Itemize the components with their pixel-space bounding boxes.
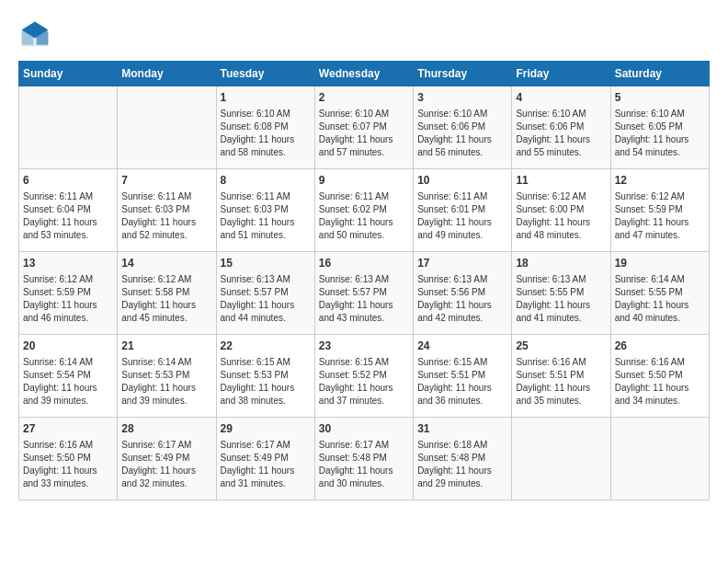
cell-content: Sunrise: 6:15 AM Sunset: 5:52 PM Dayligh… xyxy=(319,356,409,408)
cell-content: Sunrise: 6:11 AM Sunset: 6:03 PM Dayligh… xyxy=(121,190,211,242)
calendar-cell: 20Sunrise: 6:14 AM Sunset: 5:54 PM Dayli… xyxy=(19,335,118,418)
weekday-header-tuesday: Tuesday xyxy=(216,62,314,86)
day-number: 30 xyxy=(319,421,409,437)
cell-content: Sunrise: 6:13 AM Sunset: 5:56 PM Dayligh… xyxy=(417,273,507,325)
cell-content: Sunrise: 6:15 AM Sunset: 5:53 PM Dayligh… xyxy=(221,356,311,408)
cell-content: Sunrise: 6:12 AM Sunset: 6:00 PM Dayligh… xyxy=(516,190,606,242)
calendar-cell: 23Sunrise: 6:15 AM Sunset: 5:52 PM Dayli… xyxy=(314,335,413,418)
cell-content: Sunrise: 6:12 AM Sunset: 5:59 PM Dayligh… xyxy=(615,190,705,242)
day-number: 13 xyxy=(23,256,113,271)
cell-content: Sunrise: 6:16 AM Sunset: 5:51 PM Dayligh… xyxy=(516,356,606,408)
day-number: 2 xyxy=(319,90,409,106)
cell-content: Sunrise: 6:10 AM Sunset: 6:08 PM Dayligh… xyxy=(221,108,311,159)
cell-content: Sunrise: 6:10 AM Sunset: 6:05 PM Dayligh… xyxy=(615,108,705,159)
weekday-header-saturday: Saturday xyxy=(610,62,709,86)
day-number: 15 xyxy=(221,256,311,271)
cell-content: Sunrise: 6:12 AM Sunset: 5:58 PM Dayligh… xyxy=(121,273,211,325)
weekday-header-wednesday: Wednesday xyxy=(314,62,413,86)
calendar-cell: 5Sunrise: 6:10 AM Sunset: 6:05 PM Daylig… xyxy=(610,86,709,169)
day-number: 20 xyxy=(23,339,113,354)
calendar-cell: 25Sunrise: 6:16 AM Sunset: 5:51 PM Dayli… xyxy=(512,335,610,418)
day-number: 1 xyxy=(221,90,311,106)
day-number: 10 xyxy=(417,173,507,189)
cell-content: Sunrise: 6:11 AM Sunset: 6:03 PM Dayligh… xyxy=(221,190,311,242)
cell-content: Sunrise: 6:17 AM Sunset: 5:48 PM Dayligh… xyxy=(319,439,409,490)
day-number: 8 xyxy=(221,173,311,189)
logo-icon xyxy=(18,18,51,52)
calendar-cell: 15Sunrise: 6:13 AM Sunset: 5:57 PM Dayli… xyxy=(216,252,314,335)
day-number: 16 xyxy=(319,256,409,271)
calendar-cell: 30Sunrise: 6:17 AM Sunset: 5:48 PM Dayli… xyxy=(314,418,413,500)
calendar-cell: 4Sunrise: 6:10 AM Sunset: 6:06 PM Daylig… xyxy=(512,86,610,169)
day-number: 9 xyxy=(319,173,409,189)
day-number: 12 xyxy=(615,173,705,189)
day-number: 27 xyxy=(23,421,113,437)
calendar-cell: 6Sunrise: 6:11 AM Sunset: 6:04 PM Daylig… xyxy=(19,169,118,252)
calendar-cell: 18Sunrise: 6:13 AM Sunset: 5:55 PM Dayli… xyxy=(512,252,610,335)
calendar-week-4: 20Sunrise: 6:14 AM Sunset: 5:54 PM Dayli… xyxy=(19,335,710,418)
day-number: 6 xyxy=(23,173,113,189)
calendar-week-3: 13Sunrise: 6:12 AM Sunset: 5:59 PM Dayli… xyxy=(19,252,710,335)
day-number: 4 xyxy=(516,90,606,106)
cell-content: Sunrise: 6:14 AM Sunset: 5:53 PM Dayligh… xyxy=(121,356,211,408)
weekday-header-sunday: Sunday xyxy=(19,62,118,86)
calendar-cell xyxy=(118,86,216,169)
day-number: 28 xyxy=(121,421,211,437)
calendar-cell: 17Sunrise: 6:13 AM Sunset: 5:56 PM Dayli… xyxy=(414,252,512,335)
day-number: 26 xyxy=(615,339,705,354)
day-number: 22 xyxy=(221,339,311,354)
calendar-cell: 10Sunrise: 6:11 AM Sunset: 6:01 PM Dayli… xyxy=(414,169,512,252)
day-number: 21 xyxy=(121,339,211,354)
day-number: 14 xyxy=(121,256,211,271)
cell-content: Sunrise: 6:10 AM Sunset: 6:06 PM Dayligh… xyxy=(516,108,606,159)
cell-content: Sunrise: 6:18 AM Sunset: 5:48 PM Dayligh… xyxy=(417,439,507,490)
weekday-header-thursday: Thursday xyxy=(414,62,512,86)
cell-content: Sunrise: 6:16 AM Sunset: 5:50 PM Dayligh… xyxy=(615,356,705,408)
day-number: 25 xyxy=(516,339,606,354)
day-number: 31 xyxy=(417,421,507,437)
calendar-week-2: 6Sunrise: 6:11 AM Sunset: 6:04 PM Daylig… xyxy=(19,169,710,252)
calendar-cell: 28Sunrise: 6:17 AM Sunset: 5:49 PM Dayli… xyxy=(118,418,216,500)
cell-content: Sunrise: 6:10 AM Sunset: 6:07 PM Dayligh… xyxy=(319,108,409,159)
calendar-cell: 2Sunrise: 6:10 AM Sunset: 6:07 PM Daylig… xyxy=(314,86,413,169)
calendar: SundayMondayTuesdayWednesdayThursdayFrid… xyxy=(18,61,710,500)
calendar-header: SundayMondayTuesdayWednesdayThursdayFrid… xyxy=(19,62,710,86)
day-number: 29 xyxy=(221,421,311,437)
cell-content: Sunrise: 6:11 AM Sunset: 6:01 PM Dayligh… xyxy=(417,190,507,242)
calendar-cell: 8Sunrise: 6:11 AM Sunset: 6:03 PM Daylig… xyxy=(216,169,314,252)
cell-content: Sunrise: 6:14 AM Sunset: 5:54 PM Dayligh… xyxy=(23,356,113,408)
calendar-cell xyxy=(610,418,709,500)
cell-content: Sunrise: 6:13 AM Sunset: 5:57 PM Dayligh… xyxy=(221,273,311,325)
calendar-cell: 11Sunrise: 6:12 AM Sunset: 6:00 PM Dayli… xyxy=(512,169,610,252)
calendar-cell: 24Sunrise: 6:15 AM Sunset: 5:51 PM Dayli… xyxy=(414,335,512,418)
calendar-cell: 27Sunrise: 6:16 AM Sunset: 5:50 PM Dayli… xyxy=(19,418,118,500)
day-number: 19 xyxy=(615,256,705,271)
cell-content: Sunrise: 6:16 AM Sunset: 5:50 PM Dayligh… xyxy=(23,439,113,490)
calendar-cell: 21Sunrise: 6:14 AM Sunset: 5:53 PM Dayli… xyxy=(118,335,216,418)
weekday-header-friday: Friday xyxy=(512,62,610,86)
calendar-cell: 26Sunrise: 6:16 AM Sunset: 5:50 PM Dayli… xyxy=(610,335,709,418)
calendar-cell xyxy=(512,418,610,500)
cell-content: Sunrise: 6:15 AM Sunset: 5:51 PM Dayligh… xyxy=(417,356,507,408)
day-number: 5 xyxy=(615,90,705,106)
day-number: 24 xyxy=(417,339,507,354)
cell-content: Sunrise: 6:17 AM Sunset: 5:49 PM Dayligh… xyxy=(221,439,311,490)
weekday-header-monday: Monday xyxy=(118,62,216,86)
calendar-cell: 12Sunrise: 6:12 AM Sunset: 5:59 PM Dayli… xyxy=(610,169,709,252)
day-number: 18 xyxy=(516,256,606,271)
day-number: 3 xyxy=(417,90,507,106)
calendar-cell: 9Sunrise: 6:11 AM Sunset: 6:02 PM Daylig… xyxy=(314,169,413,252)
day-number: 7 xyxy=(121,173,211,189)
calendar-cell: 19Sunrise: 6:14 AM Sunset: 5:55 PM Dayli… xyxy=(610,252,709,335)
calendar-week-5: 27Sunrise: 6:16 AM Sunset: 5:50 PM Dayli… xyxy=(19,418,710,500)
cell-content: Sunrise: 6:13 AM Sunset: 5:57 PM Dayligh… xyxy=(319,273,409,325)
calendar-cell: 14Sunrise: 6:12 AM Sunset: 5:58 PM Dayli… xyxy=(118,252,216,335)
cell-content: Sunrise: 6:14 AM Sunset: 5:55 PM Dayligh… xyxy=(615,273,705,325)
page-header xyxy=(18,18,710,52)
calendar-cell: 31Sunrise: 6:18 AM Sunset: 5:48 PM Dayli… xyxy=(414,418,512,500)
calendar-cell: 1Sunrise: 6:10 AM Sunset: 6:08 PM Daylig… xyxy=(216,86,314,169)
calendar-cell: 3Sunrise: 6:10 AM Sunset: 6:06 PM Daylig… xyxy=(414,86,512,169)
cell-content: Sunrise: 6:11 AM Sunset: 6:04 PM Dayligh… xyxy=(23,190,113,242)
cell-content: Sunrise: 6:17 AM Sunset: 5:49 PM Dayligh… xyxy=(121,439,211,490)
cell-content: Sunrise: 6:12 AM Sunset: 5:59 PM Dayligh… xyxy=(23,273,113,325)
